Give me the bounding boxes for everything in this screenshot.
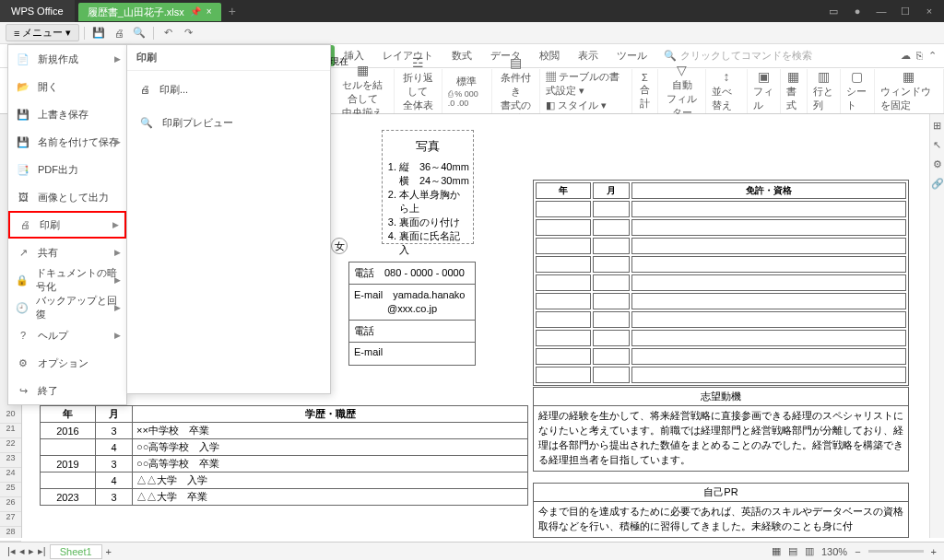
sheet-tab[interactable]: Sheet1 — [50, 544, 102, 559]
file-tab[interactable]: 履歴書_山田花子.xlsx 📌 × — [78, 3, 221, 21]
add-sheet-icon[interactable]: + — [106, 546, 112, 557]
view-break-icon[interactable]: ▥ — [805, 545, 814, 557]
menu-item[interactable]: 💾名前を付けて保存▶ — [8, 128, 126, 156]
minimize-button[interactable]: — — [870, 2, 892, 20]
chevron-right-icon: ▶ — [114, 331, 121, 340]
table-style[interactable]: ▦ テーブルの書式設定 ▾◧ スタイル ▾ — [540, 69, 632, 113]
filter-button[interactable]: ▽自動 フィルター — [658, 69, 706, 113]
menu-item-label: ヘルプ — [38, 329, 68, 343]
file-tab-label: 履歴書_山田花子.xlsx — [88, 3, 184, 21]
menu-item[interactable]: ↪終了 — [8, 377, 126, 404]
tab-review[interactable]: 校閲 — [530, 45, 569, 66]
file-menu: 📄新規作成▶📂開く💾上書き保存💾名前を付けて保存▶📑PDF出力🖼画像として出力🖨… — [7, 44, 127, 405]
menu-item[interactable]: 📑PDF出力 — [8, 156, 126, 183]
settings-icon[interactable]: ⚙ — [933, 158, 942, 170]
undo-icon[interactable]: ↶ — [159, 25, 177, 41]
menu-item-label: 共有 — [38, 246, 58, 260]
print-preview-item[interactable]: 🔍印刷プレビュー — [127, 110, 330, 135]
menu-item-label: オプション — [38, 356, 88, 370]
zoom-out-icon[interactable]: − — [855, 546, 860, 557]
preview-icon[interactable]: 🔍 — [130, 25, 148, 41]
format-button[interactable]: ▦書式 — [781, 69, 808, 113]
next-sheet-icon[interactable]: ▸ — [29, 545, 34, 557]
freeze-button[interactable]: ▦ウィンドウを固定 — [875, 69, 944, 113]
user-icon[interactable]: ● — [846, 2, 868, 20]
menu-item-icon: 📑 — [16, 164, 30, 176]
menu-item-label: 画像として出力 — [38, 191, 109, 204]
side-panel: ⊞ ↖ ⚙ 🔗 — [929, 114, 944, 538]
menu-item[interactable]: 🕘バックアップと回復▶ — [8, 294, 126, 321]
tab-data[interactable]: データ — [481, 45, 530, 66]
zoom-label: 130% — [821, 546, 847, 557]
print-item[interactable]: 🖨印刷... — [127, 76, 330, 102]
menu-item-label: 名前を付けて保存 — [38, 135, 119, 149]
menu-item[interactable]: 🖼画像として出力 — [8, 183, 126, 211]
tab-view[interactable]: 表示 — [569, 45, 608, 66]
current-label: 現在 — [330, 55, 348, 68]
tab-formula[interactable]: 数式 — [442, 45, 481, 66]
menu-item[interactable]: ⚙オプション — [8, 349, 126, 377]
side-icon[interactable]: ⊞ — [933, 120, 941, 132]
chevron-right-icon: ▶ — [114, 275, 121, 285]
print-submenu: 印刷 🖨印刷... 🔍印刷プレビュー — [126, 44, 331, 394]
zoom-in-icon[interactable]: + — [931, 546, 937, 557]
view-normal-icon[interactable]: ▦ — [772, 545, 781, 557]
share-icon[interactable]: ⎘ — [916, 50, 923, 62]
menu-item-icon: 🕘 — [16, 302, 29, 314]
tab-layout[interactable]: レイアウト — [373, 45, 442, 66]
status-bar: |◂ ◂ ▸ ▸| Sheet1 + ▦ ▤ ▥ 130% − + — [0, 542, 944, 560]
menu-item-icon: 📂 — [16, 81, 30, 93]
photo-title: 写真 — [386, 138, 469, 155]
sheet-button[interactable]: ▢シート — [841, 69, 874, 113]
app-name: WPS Office — [0, 0, 75, 22]
add-tab-button[interactable]: + — [221, 4, 243, 18]
merge-button[interactable]: ▦セルを結合して 中央揃え — [332, 69, 395, 113]
unsync-icon[interactable]: ☁ — [901, 50, 911, 62]
sort-button[interactable]: ↕並べ替え — [706, 69, 747, 113]
wrap-button[interactable]: ☲折り返して 全体表示 — [395, 69, 442, 113]
number-format[interactable]: 標準⎙ % 000 .0 .00 — [442, 69, 492, 113]
quick-toolbar: ≡ メニュー ▾ 💾 🖨 🔍 ↶ ↷ — [0, 22, 944, 44]
menu-item[interactable]: ?ヘルプ▶ — [8, 321, 126, 349]
menu-item[interactable]: 📂開く — [8, 73, 126, 100]
submenu-header: 印刷 — [127, 45, 330, 71]
maximize-button[interactable]: ☐ — [894, 2, 916, 20]
save-icon[interactable]: 💾 — [89, 25, 108, 41]
close-button[interactable]: × — [918, 2, 940, 20]
menu-item-label: バックアップと回復 — [36, 294, 119, 321]
tab-tools[interactable]: ツール — [608, 45, 656, 66]
zoom-slider[interactable] — [868, 550, 924, 553]
prev-sheet-icon[interactable]: ◂ — [19, 545, 25, 557]
menu-button[interactable]: ≡ メニュー ▾ — [6, 24, 79, 41]
sex-circle: 女 — [331, 238, 348, 254]
screen-icon[interactable]: ▭ — [822, 2, 844, 20]
pr-section: 自己PR 今まで目的を達成するために必要であれば、英語のスキルやデータベースの資… — [533, 483, 909, 538]
view-page-icon[interactable]: ▤ — [788, 545, 797, 557]
contact-box: 電話 080 - 0000 - 0000 E-mail yamada.hanak… — [348, 262, 476, 366]
last-sheet-icon[interactable]: ▸| — [38, 545, 46, 557]
menu-item[interactable]: 💾上書き保存 — [8, 100, 126, 128]
close-tab-icon[interactable]: × — [206, 3, 212, 21]
menu-item-label: 上書き保存 — [38, 108, 88, 122]
menu-item-icon: 📄 — [16, 53, 30, 65]
cursor-icon[interactable]: ↖ — [933, 139, 941, 151]
chevron-right-icon: ▶ — [114, 248, 121, 257]
motive-section: 志望動機 経理の経験を生かして、将来経営戦略に直接参画できる経理のスペシャリスト… — [533, 387, 909, 472]
pin-icon[interactable]: 📌 — [190, 3, 201, 21]
rowcol-button[interactable]: ▥行と列 — [808, 69, 841, 113]
menu-item[interactable]: 🖨印刷▶ — [8, 211, 126, 239]
redo-icon[interactable]: ↷ — [179, 25, 197, 41]
menu-item-icon: ⚙ — [16, 357, 30, 369]
menu-item[interactable]: 🔒ドキュメントの暗号化▶ — [8, 266, 126, 294]
menu-item-label: ドキュメントの暗号化 — [36, 266, 119, 294]
fill-button[interactable]: ▣フィル — [748, 69, 781, 113]
first-sheet-icon[interactable]: |◂ — [7, 545, 16, 557]
print-icon[interactable]: 🖨 — [110, 25, 128, 41]
command-search[interactable]: 🔍 クリックしてコマンドを検索 — [664, 49, 812, 63]
menu-item[interactable]: 📄新規作成▶ — [8, 45, 126, 73]
collapse-ribbon-icon[interactable]: ⌃ — [928, 50, 937, 62]
menu-item[interactable]: ↗共有▶ — [8, 239, 126, 266]
link-icon[interactable]: 🔗 — [931, 178, 944, 190]
cond-format-button[interactable]: ▤条件付き 書式の設定 — [492, 69, 540, 113]
sum-button[interactable]: Σ 合計 — [632, 69, 659, 113]
